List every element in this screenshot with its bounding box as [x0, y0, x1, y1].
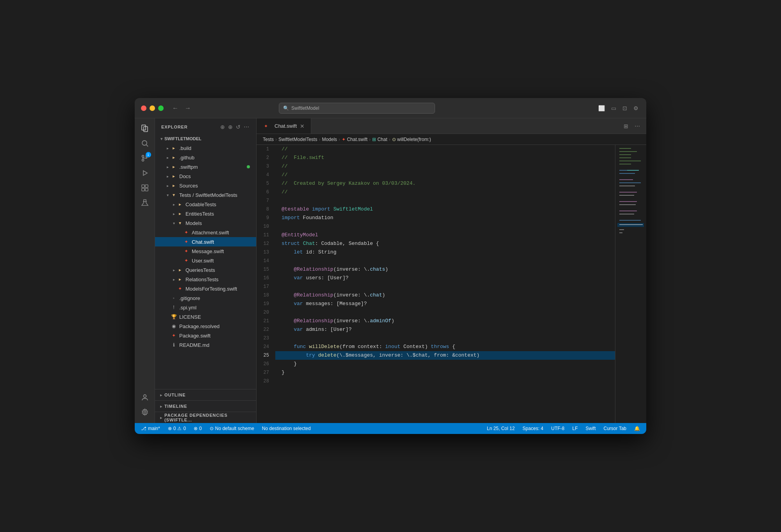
svg-point-13	[143, 395, 146, 398]
codabletests-arrow	[171, 201, 177, 207]
code-line-11: @EntityModel	[275, 231, 615, 239]
tree-item-sources[interactable]: ▸ Sources	[155, 181, 256, 190]
status-build-errors[interactable]: ⊗ 0	[192, 425, 203, 432]
activity-explorer[interactable]	[138, 121, 152, 136]
status-no-destination[interactable]: No destination selected	[260, 425, 312, 432]
activity-account[interactable]	[138, 390, 152, 404]
panel-toggle-button[interactable]: ▭	[610, 104, 618, 113]
traffic-lights	[141, 105, 164, 111]
tree-item-relationstests[interactable]: ▸ RelationsTests	[155, 275, 256, 284]
maximize-button[interactable]	[158, 105, 164, 111]
code-editor[interactable]: 1 2 3 4 5 6 7 8 9 10 11 12 13 14 15 16 1	[257, 145, 646, 423]
tree-item-swiftpm[interactable]: ▸ .swiftpm	[155, 162, 256, 171]
outline-header[interactable]: OUTLINE	[155, 389, 256, 400]
breadcrumb-swiftletmodeltests[interactable]: SwiftletModelTests	[278, 137, 317, 142]
line-numbers: 1 2 3 4 5 6 7 8 9 10 11 12 13 14 15 16 1	[257, 145, 275, 423]
tree-item-spi[interactable]: ! .spi.yml	[155, 303, 256, 312]
collapse-all-button[interactable]: ⋯	[243, 123, 250, 131]
status-spaces[interactable]: Spaces: 4	[521, 425, 545, 432]
spi-label: .spi.yml	[179, 305, 196, 311]
tree-item-models[interactable]: ▾ Models	[155, 218, 256, 228]
activity-extensions[interactable]	[138, 181, 152, 195]
search-bar[interactable]: 🔍 SwiftletModel	[279, 103, 435, 114]
github-label: .github	[179, 155, 194, 161]
tree-root[interactable]: SWIFTLETMODEL	[155, 134, 256, 143]
tree-item-readme[interactable]: ℹ README.md	[155, 340, 256, 350]
status-right: Ln 25, Col 12 Spaces: 4 UTF-8 LF Swift C…	[485, 425, 642, 432]
status-line-ending[interactable]: LF	[571, 425, 579, 432]
tree-item-message[interactable]: ✦ Message.swift	[155, 246, 256, 256]
back-button[interactable]: ←	[170, 103, 181, 113]
timeline-arrow	[158, 403, 164, 409]
activity-run-debug[interactable]	[138, 166, 152, 180]
ln-10: 10	[257, 222, 272, 231]
svg-point-14	[144, 411, 146, 413]
entitiestests-arrow	[171, 211, 177, 217]
code-line-22: var admins: [User]?	[275, 325, 615, 334]
breadcrumb-chat-swift[interactable]: ✦ Chat.swift	[342, 137, 367, 142]
tree-item-attachment[interactable]: ✦ Attachment.swift	[155, 228, 256, 237]
editor-layout-button[interactable]: ⊡	[621, 104, 629, 113]
tree-item-codabletests[interactable]: ▸ CodableTests	[155, 200, 256, 209]
tree-item-github[interactable]: ▸ .github	[155, 153, 256, 162]
breadcrumb-models[interactable]: Models	[322, 137, 337, 142]
status-errors[interactable]: ⊗ 0 ⚠ 0	[166, 425, 187, 432]
refresh-button[interactable]: ↺	[235, 123, 241, 131]
new-file-button[interactable]: ⊕	[219, 123, 226, 131]
tree-item-resolved[interactable]: ◉ Package.resolved	[155, 321, 256, 331]
tree-item-packageswift[interactable]: ✦ Package.swift	[155, 331, 256, 340]
package-deps-arrow	[158, 414, 164, 421]
svg-rect-18	[619, 154, 631, 155]
activity-settings[interactable]	[138, 405, 152, 419]
breadcrumb-tests[interactable]: Tests	[263, 137, 274, 142]
minimap-canvas	[615, 145, 646, 340]
activity-source-control[interactable]: 1	[138, 151, 152, 165]
branch-name: main*	[148, 426, 160, 431]
svg-rect-29	[619, 195, 634, 196]
no-scheme-text: No default scheme	[215, 426, 254, 431]
settings-button[interactable]: ⚙	[632, 104, 640, 113]
status-branch[interactable]: ⎇ main*	[139, 425, 162, 432]
status-language[interactable]: Swift	[584, 425, 597, 432]
tree-item-tests[interactable]: ▾ Tests / SwiftletModelTests	[155, 190, 256, 200]
more-actions-button[interactable]: ⋯	[633, 122, 642, 130]
status-dot	[247, 165, 250, 168]
sidebar-toggle-button[interactable]: ⬜	[597, 104, 606, 113]
svg-rect-31	[619, 204, 636, 205]
error-icon: ⊗	[168, 426, 172, 431]
tab-chat-swift[interactable]: ✦ Chat.swift ✕	[257, 118, 311, 134]
svg-rect-16	[619, 148, 631, 149]
status-cursor-type[interactable]: Cursor Tab	[602, 425, 628, 432]
new-folder-button[interactable]: ⊕	[227, 123, 234, 131]
status-position[interactable]: Ln 25, Col 12	[485, 425, 516, 432]
tab-close-button[interactable]: ✕	[300, 123, 305, 129]
package-deps-header[interactable]: PACKAGE DEPENDENCIES (SWIFTLE...	[155, 412, 256, 423]
forward-button[interactable]: →	[182, 103, 193, 113]
tree-item-build[interactable]: ▸ .build	[155, 143, 256, 153]
file-icon: !	[171, 304, 177, 311]
code-content[interactable]: // // File.swift // // // Created by Ser…	[275, 145, 615, 423]
tree-item-queriestests[interactable]: ▸ QueriesTests	[155, 265, 256, 275]
close-button[interactable]	[141, 105, 146, 111]
root-arrow	[158, 136, 164, 142]
minimize-button[interactable]	[150, 105, 155, 111]
tree-item-modelsfortesting[interactable]: ✦ ModelsForTesting.swift	[155, 284, 256, 293]
timeline-header[interactable]: TIMELINE	[155, 401, 256, 412]
tree-item-license[interactable]: 🏆 LICENSE	[155, 312, 256, 321]
breadcrumb-chat-struct[interactable]: ⊞ Chat	[372, 137, 387, 142]
status-no-scheme[interactable]: ⊙ No default scheme	[208, 425, 256, 432]
split-editor-button[interactable]: ⊞	[622, 122, 630, 130]
tree-item-gitignore[interactable]: ◦ .gitignore	[155, 293, 256, 303]
activity-testing[interactable]	[138, 196, 152, 210]
tree-item-chat[interactable]: ✦ Chat.swift	[155, 237, 256, 246]
code-line-4: //	[275, 171, 615, 179]
breadcrumb-swift-icon: ✦	[342, 137, 346, 142]
tree-item-user[interactable]: ✦ User.swift	[155, 256, 256, 265]
tree-item-docs[interactable]: ▸ Docs	[155, 171, 256, 181]
status-bell[interactable]: 🔔	[633, 425, 642, 432]
tree-item-entitiestests[interactable]: ▸ EntitiesTests	[155, 209, 256, 218]
position-text: Ln 25, Col 12	[487, 426, 515, 431]
status-encoding[interactable]: UTF-8	[549, 425, 566, 432]
breadcrumb-willdelete[interactable]: ⊙ willDelete(from:)	[392, 137, 431, 142]
activity-search[interactable]	[138, 136, 152, 150]
